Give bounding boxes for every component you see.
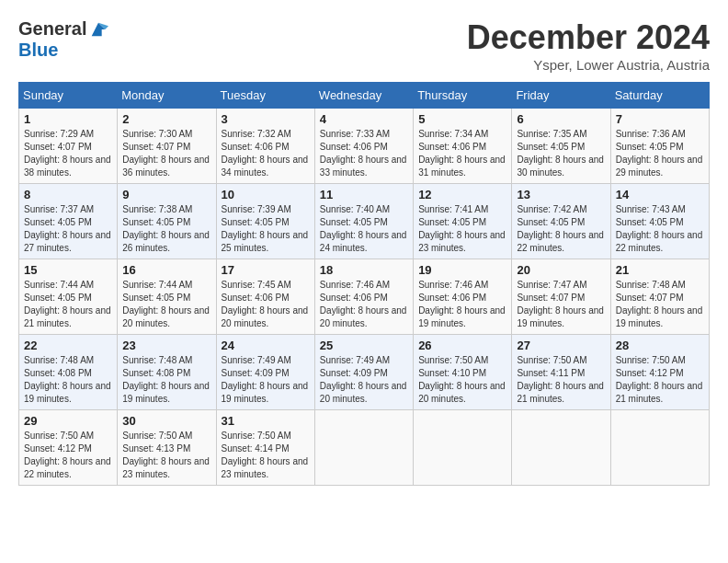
table-row: 8 Sunrise: 7:37 AM Sunset: 4:05 PM Dayli… [19, 184, 118, 259]
day-number: 6 [517, 112, 605, 126]
day-number: 7 [616, 112, 704, 126]
day-info: Sunrise: 7:50 AM Sunset: 4:12 PM Dayligh… [24, 431, 111, 479]
table-row: 23 Sunrise: 7:48 AM Sunset: 4:08 PM Dayl… [118, 335, 216, 410]
day-number: 29 [24, 414, 112, 428]
table-row [414, 410, 512, 486]
day-info: Sunrise: 7:30 AM Sunset: 4:07 PM Dayligh… [122, 129, 210, 178]
table-row: 1 Sunrise: 7:29 AM Sunset: 4:07 PM Dayli… [19, 109, 118, 184]
month-title: December 2024 [467, 18, 710, 57]
day-info: Sunrise: 7:46 AM Sunset: 4:06 PM Dayligh… [418, 280, 506, 328]
day-info: Sunrise: 7:42 AM Sunset: 4:05 PM Dayligh… [517, 204, 604, 253]
day-info: Sunrise: 7:36 AM Sunset: 4:05 PM Dayligh… [616, 129, 703, 178]
day-number: 20 [517, 263, 605, 277]
day-number: 9 [122, 188, 210, 201]
table-row: 24 Sunrise: 7:49 AM Sunset: 4:09 PM Dayl… [216, 335, 314, 410]
day-info: Sunrise: 7:50 AM Sunset: 4:13 PM Dayligh… [122, 431, 210, 479]
day-info: Sunrise: 7:33 AM Sunset: 4:06 PM Dayligh… [320, 129, 407, 178]
calendar-table: Sunday Monday Tuesday Wednesday Thursday… [18, 82, 710, 486]
logo: General Blue [18, 18, 108, 61]
table-row [314, 410, 413, 486]
table-row: 21 Sunrise: 7:48 AM Sunset: 4:07 PM Dayl… [610, 259, 709, 335]
table-row: 4 Sunrise: 7:33 AM Sunset: 4:06 PM Dayli… [314, 109, 413, 184]
table-row [512, 410, 610, 486]
table-row: 16 Sunrise: 7:44 AM Sunset: 4:05 PM Dayl… [118, 259, 216, 335]
day-info: Sunrise: 7:39 AM Sunset: 4:05 PM Dayligh… [222, 204, 309, 253]
day-info: Sunrise: 7:35 AM Sunset: 4:05 PM Dayligh… [517, 129, 604, 178]
day-info: Sunrise: 7:50 AM Sunset: 4:10 PM Dayligh… [418, 355, 506, 404]
table-row: 27 Sunrise: 7:50 AM Sunset: 4:11 PM Dayl… [512, 335, 610, 410]
table-row: 11 Sunrise: 7:40 AM Sunset: 4:05 PM Dayl… [314, 184, 413, 259]
day-number: 11 [320, 188, 408, 201]
logo-general-text: General [18, 18, 86, 40]
day-info: Sunrise: 7:43 AM Sunset: 4:05 PM Dayligh… [616, 204, 703, 253]
day-number: 12 [418, 188, 506, 201]
table-row: 2 Sunrise: 7:30 AM Sunset: 4:07 PM Dayli… [118, 109, 216, 184]
table-row: 29 Sunrise: 7:50 AM Sunset: 4:12 PM Dayl… [19, 410, 118, 486]
day-number: 31 [222, 414, 310, 428]
day-number: 10 [222, 188, 310, 201]
table-row: 17 Sunrise: 7:45 AM Sunset: 4:06 PM Dayl… [216, 259, 314, 335]
day-number: 28 [616, 339, 704, 352]
calendar-week-4: 22 Sunrise: 7:48 AM Sunset: 4:08 PM Dayl… [19, 335, 710, 410]
table-row: 5 Sunrise: 7:34 AM Sunset: 4:06 PM Dayli… [414, 109, 512, 184]
col-thursday: Thursday [414, 83, 512, 109]
day-info: Sunrise: 7:32 AM Sunset: 4:06 PM Dayligh… [222, 129, 309, 178]
day-number: 19 [418, 263, 506, 277]
day-number: 14 [616, 188, 704, 201]
day-number: 23 [122, 339, 210, 352]
table-row: 22 Sunrise: 7:48 AM Sunset: 4:08 PM Dayl… [19, 335, 118, 410]
table-row: 30 Sunrise: 7:50 AM Sunset: 4:13 PM Dayl… [118, 410, 216, 486]
table-row: 26 Sunrise: 7:50 AM Sunset: 4:10 PM Dayl… [414, 335, 512, 410]
day-number: 27 [517, 339, 605, 352]
day-info: Sunrise: 7:44 AM Sunset: 4:05 PM Dayligh… [122, 280, 210, 328]
day-number: 21 [616, 263, 704, 277]
day-info: Sunrise: 7:49 AM Sunset: 4:09 PM Dayligh… [222, 355, 309, 404]
table-row: 25 Sunrise: 7:49 AM Sunset: 4:09 PM Dayl… [314, 335, 413, 410]
day-info: Sunrise: 7:41 AM Sunset: 4:05 PM Dayligh… [418, 204, 506, 253]
day-number: 13 [517, 188, 605, 201]
calendar-week-2: 8 Sunrise: 7:37 AM Sunset: 4:05 PM Dayli… [19, 184, 710, 259]
day-info: Sunrise: 7:46 AM Sunset: 4:06 PM Dayligh… [320, 280, 407, 328]
table-row: 19 Sunrise: 7:46 AM Sunset: 4:06 PM Dayl… [414, 259, 512, 335]
day-info: Sunrise: 7:49 AM Sunset: 4:09 PM Dayligh… [320, 355, 407, 404]
day-number: 26 [418, 339, 506, 352]
header: General Blue December 2024 Ysper, Lower … [18, 18, 710, 73]
table-row: 18 Sunrise: 7:46 AM Sunset: 4:06 PM Dayl… [314, 259, 413, 335]
location: Ysper, Lower Austria, Austria [467, 57, 710, 73]
day-number: 8 [24, 188, 112, 201]
logo-blue-text: Blue [18, 40, 58, 61]
title-area: December 2024 Ysper, Lower Austria, Aust… [467, 18, 710, 73]
day-info: Sunrise: 7:44 AM Sunset: 4:05 PM Dayligh… [24, 280, 111, 328]
day-info: Sunrise: 7:50 AM Sunset: 4:14 PM Dayligh… [222, 431, 309, 479]
day-info: Sunrise: 7:48 AM Sunset: 4:07 PM Dayligh… [616, 280, 703, 328]
day-number: 30 [122, 414, 210, 428]
day-info: Sunrise: 7:50 AM Sunset: 4:12 PM Dayligh… [616, 355, 703, 404]
table-row: 6 Sunrise: 7:35 AM Sunset: 4:05 PM Dayli… [512, 109, 610, 184]
day-number: 25 [320, 339, 408, 352]
col-wednesday: Wednesday [314, 83, 413, 109]
day-info: Sunrise: 7:38 AM Sunset: 4:05 PM Dayligh… [122, 204, 210, 253]
logo-icon [88, 19, 108, 40]
day-info: Sunrise: 7:48 AM Sunset: 4:08 PM Dayligh… [122, 355, 210, 404]
table-row: 12 Sunrise: 7:41 AM Sunset: 4:05 PM Dayl… [414, 184, 512, 259]
calendar-header-row: Sunday Monday Tuesday Wednesday Thursday… [19, 83, 710, 109]
table-row: 9 Sunrise: 7:38 AM Sunset: 4:05 PM Dayli… [118, 184, 216, 259]
day-info: Sunrise: 7:45 AM Sunset: 4:06 PM Dayligh… [222, 280, 309, 328]
table-row [610, 410, 709, 486]
day-info: Sunrise: 7:29 AM Sunset: 4:07 PM Dayligh… [24, 129, 111, 178]
calendar-week-1: 1 Sunrise: 7:29 AM Sunset: 4:07 PM Dayli… [19, 109, 710, 184]
table-row: 14 Sunrise: 7:43 AM Sunset: 4:05 PM Dayl… [610, 184, 709, 259]
table-row: 31 Sunrise: 7:50 AM Sunset: 4:14 PM Dayl… [216, 410, 314, 486]
day-number: 2 [122, 112, 210, 126]
day-number: 18 [320, 263, 408, 277]
col-monday: Monday [118, 83, 216, 109]
day-info: Sunrise: 7:40 AM Sunset: 4:05 PM Dayligh… [320, 204, 407, 253]
day-number: 3 [222, 112, 310, 126]
day-info: Sunrise: 7:48 AM Sunset: 4:08 PM Dayligh… [24, 355, 111, 404]
table-row: 3 Sunrise: 7:32 AM Sunset: 4:06 PM Dayli… [216, 109, 314, 184]
day-number: 24 [222, 339, 310, 352]
col-saturday: Saturday [610, 83, 709, 109]
table-row: 7 Sunrise: 7:36 AM Sunset: 4:05 PM Dayli… [610, 109, 709, 184]
day-info: Sunrise: 7:37 AM Sunset: 4:05 PM Dayligh… [24, 204, 111, 253]
table-row: 28 Sunrise: 7:50 AM Sunset: 4:12 PM Dayl… [610, 335, 709, 410]
